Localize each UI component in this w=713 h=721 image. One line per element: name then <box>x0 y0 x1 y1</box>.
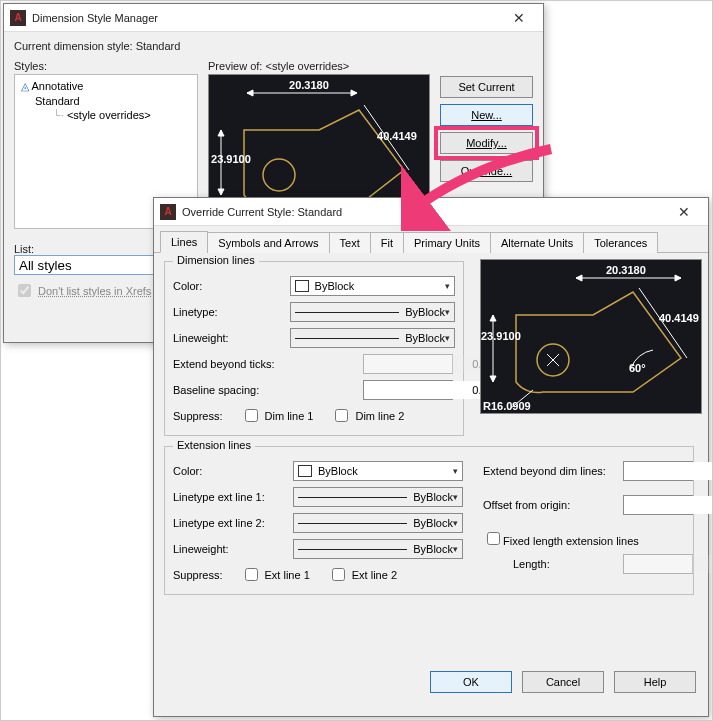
dont-list-xrefs-label: Don't list styles in Xrefs <box>38 285 151 297</box>
styles-label: Styles: <box>14 60 198 72</box>
chevron-down-icon: ▾ <box>453 466 458 476</box>
close-icon[interactable]: ✕ <box>501 4 537 31</box>
dl-linetype-combo[interactable]: ByBlock ▾ <box>290 302 455 322</box>
el-lt1-combo[interactable]: ByBlock ▾ <box>293 487 463 507</box>
tree-item-standard[interactable]: Standard <box>21 94 191 108</box>
set-current-button[interactable]: Set Current <box>440 76 533 98</box>
new-button[interactable]: New... <box>440 104 533 126</box>
override-body: Dimension lines Color: ByBlock ▾ Linetyp… <box>154 253 708 703</box>
el-fixed-length-checkbox[interactable] <box>487 532 500 545</box>
dl-lineweight-combo[interactable]: ByBlock ▾ <box>290 328 455 348</box>
tab-tolerances[interactable]: Tolerances <box>583 232 658 253</box>
preview-dim-diag: 40.4149 <box>377 130 417 142</box>
line-sample-icon <box>298 497 407 498</box>
chevron-down-icon: ▾ <box>445 333 450 343</box>
ok-button[interactable]: OK <box>430 671 512 693</box>
el-lw-combo[interactable]: ByBlock ▾ <box>293 539 463 559</box>
ov-dim-left: 23.9100 <box>481 330 521 342</box>
cancel-button[interactable]: Cancel <box>522 671 604 693</box>
override-tabs: Lines Symbols and Arrows Text Fit Primar… <box>154 230 708 253</box>
dimension-lines-legend: Dimension lines <box>173 254 259 266</box>
preview-label: Preview of: <style overrides> <box>208 60 430 72</box>
dim-mgr-titlebar: A Dimension Style Manager ✕ <box>4 4 543 32</box>
preview-dim-top: 20.3180 <box>289 79 329 91</box>
close-icon[interactable]: ✕ <box>666 198 702 225</box>
dim-mgr-title: Dimension Style Manager <box>32 12 501 24</box>
chevron-down-icon: ▾ <box>445 281 450 291</box>
line-sample-icon <box>298 549 407 550</box>
current-style-label: Current dimension style: Standard <box>14 40 533 52</box>
dl-color-label: Color: <box>173 280 290 292</box>
el-lt2-combo[interactable]: ByBlock ▾ <box>293 513 463 533</box>
tree-item-overrides[interactable]: └· <style overrides> <box>21 108 191 122</box>
tree-item-annotative[interactable]: ◬ Annotative <box>21 79 191 94</box>
ov-dim-radius: R16.0909 <box>483 400 531 412</box>
ov-dim-angle: 60° <box>629 362 646 374</box>
el-color-combo[interactable]: ByBlock ▾ <box>293 461 463 481</box>
ov-dim-top: 20.3180 <box>606 264 646 276</box>
tab-text[interactable]: Text <box>329 232 371 253</box>
line-sample-icon <box>295 312 400 313</box>
color-swatch-icon <box>295 280 309 292</box>
el-extend-beyond-input[interactable] <box>624 462 713 480</box>
chevron-down-icon: ▾ <box>453 518 458 528</box>
dl-color-combo[interactable]: ByBlock ▾ <box>290 276 455 296</box>
el-suppress1-checkbox[interactable] <box>245 568 258 581</box>
dl-suppress2-checkbox[interactable] <box>335 409 348 422</box>
tab-alternate[interactable]: Alternate Units <box>490 232 584 253</box>
dont-list-xrefs-checkbox <box>18 284 31 297</box>
dl-lineweight-label: Lineweight: <box>173 332 290 344</box>
el-lw-label: Lineweight: <box>173 543 293 555</box>
el-length-input <box>624 555 713 573</box>
el-extend-beyond-label: Extend beyond dim lines: <box>483 465 623 477</box>
el-lt1-label: Linetype ext line 1: <box>173 491 293 503</box>
el-length-label: Length: <box>513 558 623 570</box>
chevron-down-icon: ▾ <box>445 307 450 317</box>
line-sample-icon <box>298 523 407 524</box>
tree-branch-icon: └· <box>53 109 64 121</box>
extension-lines-group: Extension lines Color: ByBlock ▾ Linetyp… <box>164 446 694 595</box>
override-title: Override Current Style: Standard <box>182 206 666 218</box>
dl-baseline-spinner[interactable]: ▲▼ <box>363 380 453 400</box>
dl-extend-ticks-label: Extend beyond ticks: <box>173 358 363 370</box>
override-preview-panel: 20.3180 23.9100 40.4149 60° R16.0909 <box>480 259 702 414</box>
override-button[interactable]: Override... <box>440 160 533 182</box>
ov-dim-diag: 40.4149 <box>659 312 699 324</box>
help-button[interactable]: Help <box>614 671 696 693</box>
tab-primary[interactable]: Primary Units <box>403 232 491 253</box>
tab-fit[interactable]: Fit <box>370 232 404 253</box>
chevron-down-icon: ▾ <box>453 544 458 554</box>
tab-symbols[interactable]: Symbols and Arrows <box>207 232 329 253</box>
dl-linetype-label: Linetype: <box>173 306 290 318</box>
override-dialog-window: A Override Current Style: Standard ✕ Lin… <box>153 197 709 717</box>
line-sample-icon <box>295 338 400 339</box>
dl-baseline-label: Baseline spacing: <box>173 384 363 396</box>
app-icon: A <box>10 10 26 26</box>
dl-extend-ticks-spinner: ▲▼ <box>363 354 453 374</box>
dl-suppress-label: Suppress: <box>173 410 223 422</box>
app-icon: A <box>160 204 176 220</box>
chevron-down-icon: ▾ <box>453 492 458 502</box>
el-extend-beyond-spinner[interactable]: ▲▼ <box>623 461 693 481</box>
tab-lines[interactable]: Lines <box>160 231 208 253</box>
dimension-lines-group: Dimension lines Color: ByBlock ▾ Linetyp… <box>164 261 464 436</box>
preview-dim-left: 23.9100 <box>211 153 251 165</box>
el-offset-label: Offset from origin: <box>483 499 623 511</box>
el-offset-spinner[interactable]: ▲▼ <box>623 495 693 515</box>
modify-button[interactable]: Modify... <box>440 132 533 154</box>
extension-lines-legend: Extension lines <box>173 439 255 451</box>
el-length-spinner: ▲▼ <box>623 554 693 574</box>
el-lt2-label: Linetype ext line 2: <box>173 517 293 529</box>
color-swatch-icon <box>298 465 312 477</box>
el-offset-input[interactable] <box>624 496 713 514</box>
annotative-icon: ◬ <box>21 80 29 92</box>
dl-suppress1-checkbox[interactable] <box>245 409 258 422</box>
override-footer: OK Cancel Help <box>430 671 696 693</box>
svg-point-0 <box>263 159 295 191</box>
el-suppress-label: Suppress: <box>173 569 223 581</box>
el-color-label: Color: <box>173 465 293 477</box>
override-titlebar: A Override Current Style: Standard ✕ <box>154 198 708 226</box>
el-suppress2-checkbox[interactable] <box>332 568 345 581</box>
